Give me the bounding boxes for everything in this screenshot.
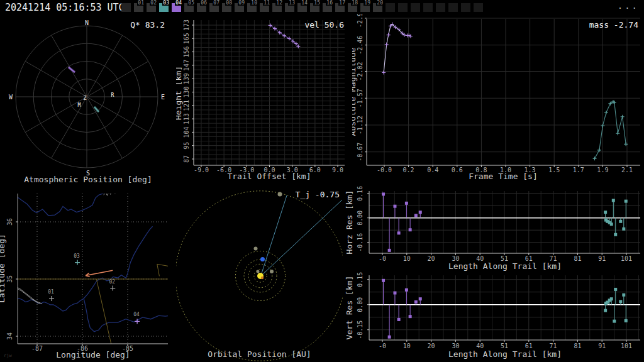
svg-text:101: 101 [621,255,632,262]
station-button-blank[interactable] [386,3,395,12]
ground-map-panel: 01020304-87-86-85343536Latitude [deg]Lon… [0,185,176,362]
station-button-13[interactable]: 13 [285,3,294,12]
station-button-blank[interactable] [436,3,445,12]
station-button-08[interactable]: 08 [222,3,231,12]
station-button-label: 15 [313,0,321,6]
station-button-blank[interactable] [398,3,408,12]
station-button-01[interactable]: 01 [134,3,143,12]
svg-text:35: 35 [6,275,13,283]
vertical-residuals-panel: -01020304051617181911010.150.00-0.15Vert… [343,272,644,362]
station-button-label: 11 [263,0,270,6]
svg-text:-2.91: -2.91 [357,14,364,28]
svg-text:W: W [9,94,13,101]
svg-text:173: 173 [183,19,190,31]
svg-text:30: 30 [452,343,459,349]
svg-text:-1.57: -1.57 [357,89,364,107]
svg-text:36: 36 [6,218,13,226]
station-button-blank[interactable] [423,3,433,12]
station-button-blank[interactable] [121,3,131,12]
station-button-04[interactable]: 04 [172,3,181,12]
svg-text:Longitude [deg]: Longitude [deg] [56,350,130,359]
atmospheric-position-panel: NSWEZRM Q* 83.2 Atmospheric Position [de… [0,14,176,185]
tisserand-value: T_j -0.75 [296,190,340,199]
station-button-16[interactable]: 16 [323,3,332,12]
svg-text:81: 81 [574,255,581,262]
magnitude-plot: -0.00.20.40.60.81.01.31.51.71.92.1-2.91-… [352,14,644,185]
station-button-17[interactable]: 17 [335,3,345,12]
svg-text:10: 10 [403,255,411,262]
svg-text:51: 51 [501,343,508,349]
station-button-10[interactable]: 10 [247,3,257,12]
svg-text:87: 87 [183,155,190,163]
svg-text:Length Along Trail [km]: Length Along Trail [km] [448,349,562,359]
svg-text:01: 01 [48,289,54,295]
station-button-label: 07 [213,0,220,6]
svg-text:-87: -87 [31,345,43,352]
svg-text:-1.12: -1.12 [357,116,364,134]
station-button-03[interactable]: 03 [159,3,169,12]
svg-text:Horz Res [km]: Horz Res [km] [345,190,354,255]
svg-text:6.0: 6.0 [309,167,321,173]
svg-text:104: 104 [183,126,190,138]
station-button-blank[interactable] [448,3,458,12]
orbit-axis-title: Orbital Position [AU] [176,349,343,359]
horz-res-plot: -01020304051617181911010.160.00-0.16Horz… [343,185,644,272]
svg-text:113: 113 [183,113,190,124]
station-button-18[interactable]: 18 [348,3,357,12]
station-button-label: 20 [376,0,384,6]
svg-text:61: 61 [525,343,533,349]
station-button-label: 06 [200,0,208,6]
svg-text:2.1: 2.1 [621,167,633,173]
svg-text:139: 139 [183,73,190,84]
svg-text:-0.15: -0.15 [357,321,364,339]
svg-text:N: N [85,19,89,26]
svg-text:95: 95 [183,142,190,150]
svg-text:-0: -0 [379,343,386,349]
svg-text:0.15: 0.15 [357,272,364,287]
station-button-label: 04 [175,0,182,6]
station-button-label: 02 [150,0,157,6]
top-bar: 20241214 05:16:53 UTC 010203040506070809… [0,0,644,14]
station-button-14[interactable]: 14 [297,3,307,12]
station-button-blank[interactable] [411,3,420,12]
station-button-02[interactable]: 02 [147,3,156,12]
svg-text:-0.0: -0.0 [377,167,392,173]
svg-text:9.0: 9.0 [332,167,343,173]
station-button-label: 17 [338,0,346,6]
station-button-label: 08 [225,0,233,6]
station-button-20[interactable]: 20 [373,3,382,12]
svg-text:E: E [161,94,165,101]
svg-text:165: 165 [183,33,190,44]
svg-text:Trail Offset [km]: Trail Offset [km] [227,172,311,181]
q-star-value: Q* 83.2 [130,20,165,30]
svg-text:0.4: 0.4 [427,167,438,173]
svg-text:Height [km]: Height [km] [176,66,183,120]
station-button-19[interactable]: 19 [360,3,370,12]
svg-text:1.5: 1.5 [548,167,560,173]
station-button-09[interactable]: 09 [235,3,244,12]
station-button-06[interactable]: 06 [197,3,206,12]
station-button-label: 18 [351,0,358,6]
station-button-blank[interactable] [461,3,470,12]
station-button-label: 03 [162,0,170,6]
svg-text:91: 91 [598,343,606,349]
svg-text:04: 04 [133,312,140,317]
svg-text:rjw: rjw [4,353,12,358]
station-button-07[interactable]: 07 [209,3,219,12]
svg-text:0.16: 0.16 [357,186,364,201]
station-button-12[interactable]: 12 [272,3,282,12]
svg-text:10: 10 [403,343,411,349]
svg-text:34: 34 [6,332,13,340]
station-button-05[interactable]: 05 [184,3,194,12]
svg-text:Vert Res [km]: Vert Res [km] [345,276,354,340]
station-button-blank[interactable] [474,3,483,12]
overflow-menu[interactable]: ... [618,1,639,11]
orbit-plot [176,185,343,362]
station-button-11[interactable]: 11 [260,3,269,12]
vert-res-plot: -01020304051617181911010.150.00-0.15Vert… [343,272,644,362]
polar-axis-title: Atmospheric Position [deg] [0,175,176,184]
svg-text:156: 156 [183,47,190,58]
svg-text:Length Along Trail [km]: Length Along Trail [km] [448,261,562,271]
station-button-15[interactable]: 15 [310,3,319,12]
svg-text:0.00: 0.00 [357,211,364,226]
